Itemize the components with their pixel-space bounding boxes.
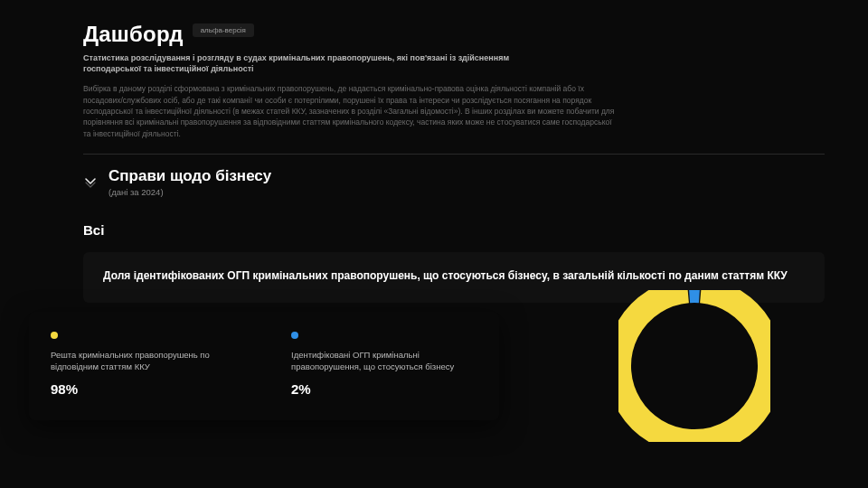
section-title: Справи щодо бізнесу xyxy=(108,167,271,185)
chevron-down-icon xyxy=(83,174,98,189)
dashboard-page: Дашборд альфа-версія Статистика розсліду… xyxy=(0,0,868,303)
alpha-badge: альфа-версія xyxy=(193,23,254,37)
legend-dot-icon xyxy=(291,332,298,339)
chart-card: Доля ідентифікованих ОГП кримінальних пр… xyxy=(83,252,825,303)
legend-label: Ідентифіковані ОГП кримінальні правопору… xyxy=(291,350,477,373)
legend-item-ogp: Ідентифіковані ОГП кримінальні правопору… xyxy=(291,332,477,398)
page-subtitle: Статистика розслідування і розгляду в су… xyxy=(83,52,553,74)
section-title-wrap: Справи щодо бізнесу (дані за 2024) xyxy=(108,167,271,197)
chart-title: Доля ідентифікованих ОГП кримінальних пр… xyxy=(103,268,805,283)
divider xyxy=(83,154,825,155)
legend-item-rest: Решта кримінальних правопорушень по відп… xyxy=(51,332,237,398)
legend-label: Решта кримінальних правопорушень по відп… xyxy=(51,350,237,373)
page-title: Дашборд xyxy=(83,22,184,47)
section-subtitle: (дані за 2024) xyxy=(108,187,271,197)
legend-value: 2% xyxy=(291,381,477,397)
legend-value: 98% xyxy=(51,381,237,397)
filter-selected[interactable]: Всі xyxy=(83,222,868,238)
donut-chart xyxy=(618,290,770,446)
section-header[interactable]: Справи щодо бізнесу (дані за 2024) xyxy=(83,167,868,197)
page-description: Вибірка в даному розділі сформована з кр… xyxy=(83,83,617,139)
legend-dot-icon xyxy=(51,332,58,339)
legend-panel: Решта кримінальних правопорушень по відп… xyxy=(29,312,499,421)
title-row: Дашборд альфа-версія xyxy=(83,22,868,47)
